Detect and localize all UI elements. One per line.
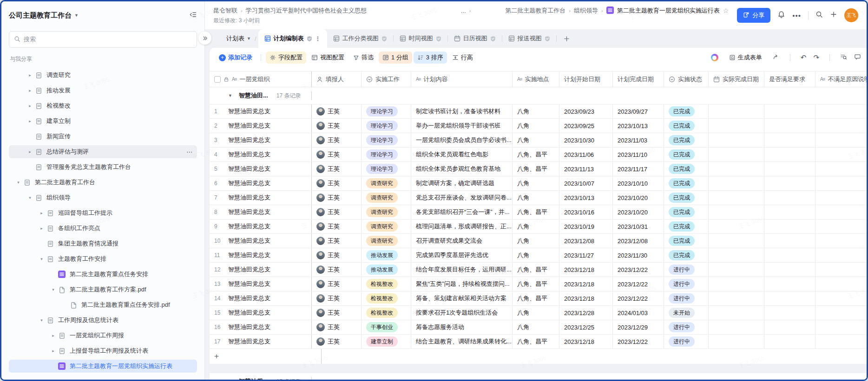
place-cell[interactable]: 八角 xyxy=(513,320,559,334)
table-row[interactable]: 7 智慧油田党总支 王英 调查研究 党总支召开座谈会、发放调研问卷... 八角 … xyxy=(210,191,867,205)
meets-requirement-cell[interactable] xyxy=(764,162,815,176)
reason-cell[interactable] xyxy=(815,162,867,176)
group-header-row[interactable]: ▼ 智慧油服... 15 条记录 xyxy=(210,373,867,380)
plan-content-cell[interactable]: 结合年度发展目标任务，运用调研... xyxy=(411,263,513,277)
place-cell[interactable]: 八角、昌平 xyxy=(513,291,559,305)
plan-content-cell[interactable]: 筹备志愿服务活动 xyxy=(411,320,513,334)
actual-date-cell[interactable] xyxy=(709,277,764,291)
tab-report-view[interactable]: 报送视图 xyxy=(502,29,556,48)
work-type-pill[interactable]: 推动发展 xyxy=(366,265,398,275)
chevron-icon[interactable]: ▸ xyxy=(50,349,57,353)
table-row[interactable]: 10 智慧油田党总支 王英 调查研究 召开调查研究成果交流会 八角 2023/1… xyxy=(210,234,867,248)
status-pill[interactable]: 已完成 xyxy=(669,207,695,217)
start-date-cell[interactable]: 2023/12/18 xyxy=(559,277,613,291)
select-all-checkbox[interactable] xyxy=(214,76,221,83)
place-cell[interactable]: 八角、昌平 xyxy=(513,263,559,277)
row-height-button[interactable]: 行高 xyxy=(448,52,477,64)
actual-date-cell[interactable] xyxy=(709,234,764,248)
add-view-button[interactable] xyxy=(557,29,577,48)
work-type-pill[interactable]: 推动发展 xyxy=(366,250,398,260)
col-header-end-date[interactable]: 计划完成日期 xyxy=(613,71,664,87)
sidebar-tree-item[interactable]: 第二批主题教育重点任务安排 ⋯ xyxy=(9,268,197,281)
export-share-icon[interactable] xyxy=(773,53,780,62)
group-collapse-icon[interactable]: ▼ xyxy=(228,93,232,98)
end-date-cell[interactable]: 2023/10/31 xyxy=(613,220,664,233)
filter-button[interactable]: 筛选 xyxy=(349,52,377,64)
sidebar-tree-item[interactable]: ▸ 检视整改 ⋯ xyxy=(9,99,197,112)
actual-date-cell[interactable] xyxy=(709,291,764,305)
plan-content-cell[interactable]: 按要求召开1次专题组织生活会 xyxy=(411,306,513,320)
ai-assistant-icon[interactable] xyxy=(711,54,718,61)
place-cell[interactable]: 八角 xyxy=(513,234,559,248)
meets-requirement-cell[interactable] xyxy=(764,205,815,219)
tab-plan-edit[interactable]: 计划编制表 ⋮ xyxy=(258,29,327,48)
col-header-meets-requirement[interactable]: 是否满足要求 xyxy=(764,71,815,87)
chevron-icon[interactable]: ▾ xyxy=(50,287,57,292)
sidebar-tree-item[interactable]: ▸ 调查研究 ⋯ xyxy=(9,69,197,82)
actual-date-cell[interactable] xyxy=(709,119,764,133)
reason-cell[interactable] xyxy=(815,320,867,334)
start-date-cell[interactable]: 2023/10/07 xyxy=(559,176,613,190)
work-type-pill[interactable]: 理论学习 xyxy=(366,106,398,116)
tab-time-view[interactable]: 时间视图 xyxy=(394,29,447,48)
col-header-status[interactable]: 实施状态 xyxy=(664,71,709,87)
table-row[interactable]: 2 智慧油田党总支 王英 理论学习 举办一层党组织领导干部读书班 八角 2023… xyxy=(210,119,867,133)
status-pill[interactable]: 已完成 xyxy=(669,193,695,203)
status-pill[interactable]: 进行中 xyxy=(669,279,695,289)
sidebar-tree-item[interactable]: 第二批主题教育一层党组织实施运行表 ⋯ xyxy=(9,360,197,373)
chevron-icon[interactable]: ▸ xyxy=(26,73,33,77)
status-pill[interactable]: 未开始 xyxy=(669,308,695,318)
sidebar-tree-item[interactable]: ▸ 上报督导组工作周报及统计表 ⋯ xyxy=(9,344,197,357)
plan-content-cell[interactable]: 组织全体党员观看红色电影 xyxy=(411,148,513,161)
sidebar-tree-item[interactable]: ▸ 各组织工作亮点 ⋯ xyxy=(9,222,197,235)
expand-panel-icon[interactable] xyxy=(198,32,211,45)
end-date-cell[interactable]: 2023/10/20 xyxy=(613,205,664,219)
reason-cell[interactable] xyxy=(815,291,867,305)
col-header-place[interactable]: A≡ 实施地点 xyxy=(513,71,559,87)
table-row[interactable]: 11 智慧油田党总支 王英 推动发展 完成第四季度基层评先选优 八角 2023/… xyxy=(210,248,867,263)
reason-cell[interactable] xyxy=(815,148,867,161)
actual-date-cell[interactable] xyxy=(709,306,764,320)
reason-cell[interactable] xyxy=(815,104,867,118)
reason-cell[interactable] xyxy=(815,306,867,320)
status-pill[interactable]: 进行中 xyxy=(669,293,695,304)
plan-content-cell[interactable]: 党总支召开座谈会、发放调研问卷... xyxy=(411,191,513,205)
chevron-icon[interactable]: ▾ xyxy=(26,195,33,200)
work-type-pill[interactable]: 调查研究 xyxy=(366,207,398,217)
place-cell[interactable]: 八角 xyxy=(513,176,559,190)
place-cell[interactable]: 八角 xyxy=(513,306,559,320)
place-cell[interactable]: 八角 xyxy=(513,133,559,147)
end-date-cell[interactable]: 2023/12/22 xyxy=(613,263,664,277)
plan-content-cell[interactable]: 筹备、策划建言献策相关活动方案 xyxy=(411,291,513,305)
actual-date-cell[interactable] xyxy=(709,162,764,176)
plan-content-cell[interactable]: 一层党组织委员会成员自学必读书... xyxy=(411,133,513,147)
col-header-reason[interactable]: A≡ 不满足原因说明 xyxy=(815,71,867,87)
table-row[interactable]: 14 智慧油田党总支 王英 检视整改 筹备、策划建言献策相关活动方案 八角、昌平… xyxy=(210,291,867,306)
end-date-cell[interactable]: 2023/12/22 xyxy=(613,335,664,349)
meets-requirement-cell[interactable] xyxy=(764,248,815,262)
start-date-cell[interactable]: 2023/12/18 xyxy=(559,263,613,277)
start-date-cell[interactable]: 2023/10/16 xyxy=(559,205,613,219)
comment-icon[interactable] xyxy=(854,53,861,62)
end-date-cell[interactable]: 2023/12/22 xyxy=(613,277,664,291)
plan-content-cell[interactable]: 完成第四季度基层评先选优 xyxy=(411,248,513,262)
group-header-row[interactable]: ▼ 智慧油田... 17 条记录 xyxy=(210,87,867,104)
sidebar-tree-item[interactable]: ▸ 一层党组织工作周报 ⋯ xyxy=(9,329,197,342)
actual-date-cell[interactable] xyxy=(709,248,764,262)
meets-requirement-cell[interactable] xyxy=(764,220,815,233)
work-type-pill[interactable]: 检视整改 xyxy=(366,308,398,318)
chevron-icon[interactable]: ▸ xyxy=(26,119,33,123)
start-date-cell[interactable]: 2023/10/19 xyxy=(559,220,613,233)
workspace-switcher[interactable]: 公司主题教育工作台 ▼ xyxy=(9,11,79,20)
place-cell[interactable]: 八角 xyxy=(513,104,559,118)
end-date-cell[interactable]: 2023/10/20 xyxy=(613,191,664,205)
status-pill[interactable]: 已完成 xyxy=(669,135,695,145)
place-cell[interactable]: 八角、昌平 xyxy=(513,335,559,349)
generate-form-button[interactable]: 生成表单 xyxy=(725,52,766,64)
sidebar-tree-item[interactable]: ▾ 组织领导 ⋯ xyxy=(9,191,197,204)
sidebar-tree-item[interactable]: ▾ 主题教育工作安排 ⋯ xyxy=(9,252,197,265)
status-pill[interactable]: 已完成 xyxy=(669,149,695,160)
work-type-pill[interactable]: 调查研究 xyxy=(366,236,398,246)
favorite-star-icon[interactable]: ☆ xyxy=(723,7,729,14)
find-in-table-icon[interactable] xyxy=(840,53,847,62)
